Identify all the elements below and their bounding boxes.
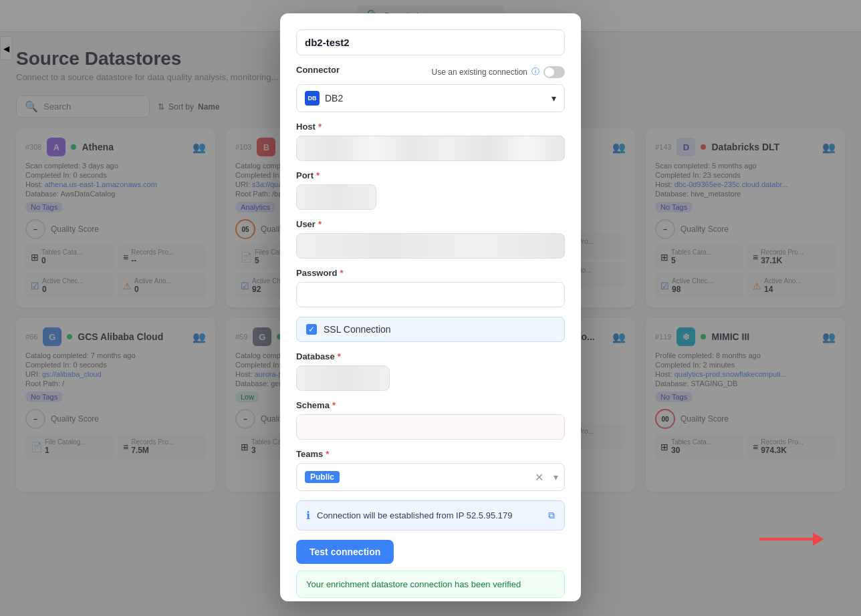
- required-marker: *: [338, 351, 341, 361]
- connector-row: Connector Use an existing connection ⓘ D…: [296, 65, 565, 112]
- database-input[interactable]: [296, 365, 390, 391]
- schema-row: Schema *: [296, 400, 565, 440]
- user-row: User *: [296, 219, 565, 259]
- teams-input[interactable]: Public: [296, 463, 565, 491]
- required-marker: *: [340, 268, 343, 278]
- modal-overlay: Connector Use an existing connection ⓘ D…: [0, 0, 861, 616]
- clear-tag-icon[interactable]: ✕: [535, 471, 543, 484]
- required-marker: *: [318, 219, 322, 229]
- port-input[interactable]: [296, 184, 376, 210]
- test-connection-button[interactable]: Test connection: [296, 540, 394, 564]
- use-existing-toggle[interactable]: [543, 66, 565, 78]
- user-input[interactable]: [296, 233, 565, 259]
- chevron-down-icon: ▾: [551, 93, 556, 104]
- schema-input[interactable]: [296, 414, 565, 440]
- ssl-checkbox[interactable]: ✓: [306, 324, 317, 335]
- copy-icon[interactable]: ⧉: [548, 510, 555, 521]
- ssl-label: SSL Connection: [324, 324, 391, 335]
- required-marker: *: [326, 449, 329, 459]
- modal-name-row: [296, 29, 565, 55]
- database-row: Database *: [296, 351, 565, 391]
- required-marker: *: [332, 400, 336, 410]
- password-input[interactable]: [296, 282, 565, 307]
- port-row: Port *: [296, 170, 565, 210]
- use-existing-label: Use an existing connection: [432, 67, 527, 77]
- info-circle-icon: ⓘ: [531, 66, 539, 78]
- team-tag: Public: [305, 471, 340, 483]
- password-row: Password *: [296, 268, 565, 307]
- password-label: Password: [296, 268, 337, 278]
- teams-wrap: Public ✕ ▾: [296, 463, 565, 491]
- teams-row: Teams * Public ✕ ▾: [296, 449, 565, 491]
- info-icon: ℹ: [306, 509, 310, 522]
- ip-info-box: ℹ Connection will be established from IP…: [296, 500, 565, 530]
- host-input[interactable]: [296, 136, 565, 161]
- host-row: Host *: [296, 122, 565, 161]
- database-label: Database: [296, 351, 335, 361]
- success-message: Your enrichment datastore connection has…: [296, 571, 565, 598]
- schema-label: Schema: [296, 400, 330, 410]
- datastore-name-input[interactable]: [296, 29, 565, 55]
- connector-value: DB2: [325, 93, 343, 104]
- ip-text: Connection will be established from IP 5…: [317, 510, 541, 520]
- user-label: User: [296, 219, 316, 229]
- modal-dialog: Connector Use an existing connection ⓘ D…: [280, 13, 581, 601]
- db2-icon: DB: [305, 91, 320, 106]
- connector-label: Connector: [296, 65, 340, 75]
- teams-label: Teams: [296, 449, 323, 459]
- use-existing: Use an existing connection ⓘ: [432, 66, 565, 78]
- dropdown-chevron-icon: ▾: [554, 472, 558, 482]
- host-label: Host: [296, 122, 316, 132]
- required-marker: *: [318, 122, 322, 132]
- connector-select[interactable]: DB DB2 ▾: [296, 84, 565, 112]
- success-text: Your enrichment datastore connection has…: [306, 579, 521, 589]
- connector-select-wrap: DB DB2 ▾: [296, 84, 565, 112]
- port-label: Port: [296, 170, 314, 180]
- required-marker: *: [316, 170, 320, 180]
- ssl-row: ✓ SSL Connection: [296, 317, 565, 342]
